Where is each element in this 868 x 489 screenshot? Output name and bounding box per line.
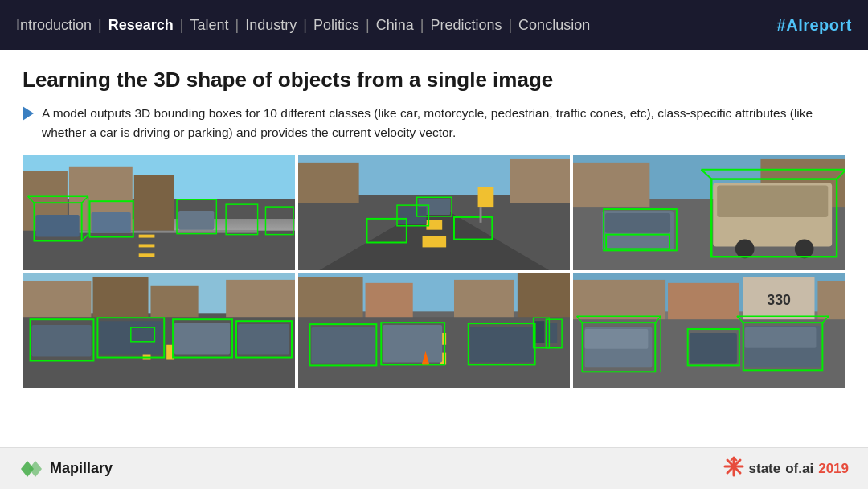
svg-rect-93 — [422, 363, 428, 365]
svg-text:330: 330 — [768, 293, 792, 309]
svg-rect-43 — [718, 186, 829, 217]
grid-cell-1 — [23, 155, 295, 270]
mapillary-logo: Mapillary — [19, 458, 113, 479]
nav-links: Introduction | Research | Talent | Indus… — [16, 17, 590, 34]
svg-point-44 — [735, 240, 755, 259]
mapillary-icon — [19, 458, 43, 479]
image-grid: 330 — [23, 155, 845, 388]
svg-rect-102 — [585, 329, 649, 349]
svg-rect-74 — [365, 283, 412, 321]
nav-sep-3: | — [235, 17, 240, 34]
year-text: 2019 — [818, 461, 849, 477]
nav-sep-5: | — [366, 17, 370, 34]
svg-rect-29 — [510, 159, 571, 203]
svg-rect-57 — [92, 277, 148, 321]
stateof-ai-text — [723, 456, 744, 481]
svg-rect-104 — [745, 327, 817, 348]
nav-item-politics[interactable]: Politics — [313, 17, 359, 34]
svg-rect-75 — [454, 280, 514, 321]
svg-rect-58 — [150, 286, 198, 321]
nav-hashtag: #AIreport — [777, 16, 852, 35]
svg-rect-95 — [573, 280, 665, 323]
svg-rect-9 — [35, 215, 79, 237]
svg-rect-76 — [518, 273, 571, 321]
nav-item-research[interactable]: Research — [108, 17, 174, 34]
svg-rect-82 — [311, 327, 375, 363]
nav-item-china[interactable]: China — [376, 17, 414, 34]
grid-cell-3 — [573, 155, 845, 270]
nav-item-talent[interactable]: Talent — [190, 17, 229, 34]
svg-rect-96 — [668, 283, 739, 323]
bullet-arrow-icon — [23, 106, 34, 121]
svg-rect-83 — [383, 325, 442, 362]
svg-rect-85 — [534, 321, 544, 343]
stateof-text: state — [749, 461, 781, 477]
svg-rect-7 — [139, 244, 155, 248]
svg-rect-6 — [139, 235, 155, 238]
svg-point-45 — [795, 240, 814, 259]
svg-rect-65 — [174, 323, 230, 354]
svg-rect-10 — [92, 212, 131, 233]
svg-rect-8 — [139, 254, 155, 257]
bottom-bar: Mapillary stateof.ai 2019 — [0, 447, 868, 489]
svg-rect-15 — [226, 204, 257, 234]
nav-item-conclusion[interactable]: Conclusion — [518, 17, 590, 34]
svg-rect-52 — [605, 213, 670, 233]
svg-rect-31 — [399, 207, 427, 224]
bullet-section: A model outputs 3D bounding boxes for 10… — [23, 104, 845, 142]
nav-bar: Introduction | Research | Talent | Indus… — [0, 0, 868, 50]
svg-rect-16 — [265, 207, 293, 235]
grid-cell-5 — [298, 273, 571, 388]
svg-rect-99 — [818, 281, 845, 323]
svg-rect-3 — [134, 175, 174, 235]
stateof-ai-brand: stateof.ai 2019 — [723, 456, 849, 481]
nav-item-predictions[interactable]: Predictions — [430, 17, 502, 34]
grid-cell-2 — [298, 155, 571, 270]
svg-rect-73 — [298, 277, 363, 321]
snowflake-icon — [723, 456, 744, 477]
nav-sep-1: | — [98, 17, 102, 34]
svg-rect-40 — [573, 163, 649, 207]
nav-sep-7: | — [508, 17, 512, 34]
svg-rect-36 — [477, 187, 493, 208]
svg-rect-11 — [178, 211, 214, 230]
main-content: Learning the 3D shape of objects from a … — [0, 50, 868, 410]
svg-rect-56 — [23, 281, 92, 321]
grid-cell-4 — [23, 273, 295, 388]
svg-rect-59 — [226, 280, 295, 321]
nav-item-introduction[interactable]: Introduction — [16, 17, 92, 34]
nav-sep-6: | — [420, 17, 424, 34]
nav-sep-2: | — [180, 17, 184, 34]
svg-rect-105 — [690, 333, 737, 363]
slide-title: Learning the 3D shape of objects from a … — [23, 68, 845, 92]
mapillary-text: Mapillary — [50, 460, 113, 477]
svg-rect-63 — [32, 325, 92, 356]
svg-rect-28 — [298, 163, 359, 203]
stateof-suffix: of.ai — [785, 461, 813, 477]
nav-sep-4: | — [303, 17, 307, 34]
grid-cell-6: 330 — [573, 273, 845, 388]
bullet-text: A model outputs 3D bounding boxes for 10… — [42, 104, 845, 142]
nav-item-industry[interactable]: Industry — [245, 17, 297, 34]
svg-rect-27 — [422, 236, 446, 248]
svg-rect-37 — [479, 207, 481, 223]
svg-rect-66 — [238, 324, 289, 354]
svg-rect-84 — [469, 327, 533, 362]
